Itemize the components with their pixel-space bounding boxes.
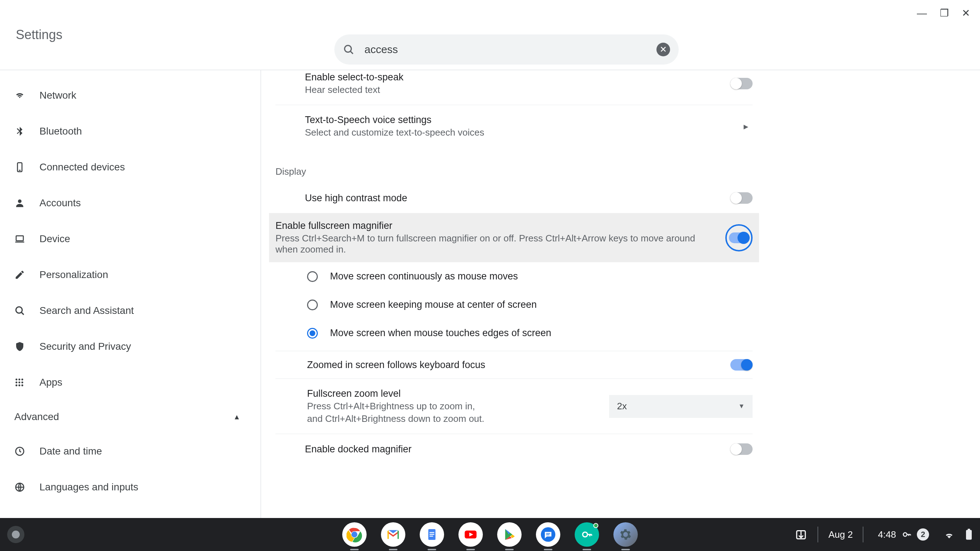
sidebar-item-device[interactable]: Device	[0, 221, 261, 257]
header: Settings ✕	[0, 0, 980, 70]
sidebar-item-date-time[interactable]: Date and time	[0, 433, 261, 469]
sidebar-item-label: Search and Assistant	[40, 305, 134, 316]
sidebar-item-label: Apps	[40, 377, 62, 388]
setting-high-contrast[interactable]: Use high contrast mode	[275, 183, 752, 213]
search-icon	[14, 305, 27, 316]
search-input[interactable]	[364, 43, 657, 56]
radio-label: Move screen keeping mouse at center of s…	[330, 299, 537, 310]
sidebar-item-label: Device	[40, 233, 70, 245]
sidebar-item-network[interactable]: Network	[0, 78, 261, 113]
system-tray[interactable]: Aug 2 4:48 2	[795, 526, 973, 543]
fullscreen-magnifier-toggle[interactable]	[725, 224, 752, 252]
app-docs[interactable]	[420, 522, 444, 547]
svg-point-8	[16, 379, 17, 380]
sidebar-item-label: Connected devices	[40, 161, 125, 173]
zoom-level-select[interactable]: 2x ▼	[609, 395, 752, 418]
setting-subtitle-2: and Ctrl+Alt+Brightness down to zoom out…	[307, 413, 598, 424]
vpn-tray-icon	[901, 529, 912, 540]
svg-point-20	[352, 532, 358, 538]
setting-docked-magnifier[interactable]: Enable docked magnifier	[275, 434, 752, 464]
clear-search-button[interactable]: ✕	[657, 43, 670, 56]
svg-point-0	[345, 46, 352, 53]
svg-point-6	[16, 307, 22, 313]
setting-subtitle: Select and customize text-to-speech voic…	[305, 127, 733, 138]
sidebar-item-languages[interactable]: Languages and inputs	[0, 469, 261, 505]
svg-rect-34	[968, 529, 970, 530]
sidebar-item-search-assistant[interactable]: Search and Assistant	[0, 293, 261, 329]
sidebar-item-label: Personalization	[40, 269, 108, 280]
sidebar-item-label: Languages and inputs	[40, 481, 138, 493]
bluetooth-icon	[14, 126, 27, 137]
setting-tts[interactable]: Text-to-Speech voice settings Select and…	[275, 105, 752, 147]
setting-keyboard-focus[interactable]: Zoomed in screen follows keyboard focus	[275, 351, 752, 379]
sidebar-item-accounts[interactable]: Accounts	[0, 185, 261, 221]
radio-icon	[307, 271, 318, 282]
main-content: Enable select-to-speak Hear selected tex…	[261, 70, 980, 518]
chevron-up-icon: ▲	[233, 413, 240, 421]
svg-point-32	[903, 533, 907, 536]
tray-time: 4:48	[878, 529, 896, 540]
chevron-down-icon: ▼	[738, 403, 745, 410]
tote-icon[interactable]	[795, 528, 807, 541]
svg-point-4	[18, 199, 22, 203]
app-settings[interactable]	[613, 522, 638, 547]
svg-point-16	[22, 385, 23, 386]
docked-magnifier-toggle[interactable]	[730, 443, 752, 455]
app-play-store[interactable]	[497, 522, 522, 547]
battery-tray-icon	[965, 529, 973, 540]
section-display: Display	[275, 166, 752, 177]
radio-label: Move screen when mouse touches edges of …	[330, 328, 551, 339]
app-youtube[interactable]	[458, 522, 483, 547]
person-icon	[14, 197, 27, 209]
sidebar-item-personalization[interactable]: Personalization	[0, 257, 261, 293]
svg-point-15	[18, 385, 20, 386]
svg-point-11	[16, 381, 17, 383]
svg-point-14	[16, 385, 17, 386]
high-contrast-toggle[interactable]	[730, 192, 752, 204]
sidebar-item-connected-devices[interactable]: Connected devices	[0, 149, 261, 185]
tray-date: Aug 2	[828, 529, 853, 540]
sidebar-item-files[interactable]: Files	[0, 505, 261, 518]
radio-icon	[307, 328, 318, 339]
svg-point-30	[582, 532, 587, 537]
magnifier-radio-center[interactable]: Move screen keeping mouse at center of s…	[275, 291, 752, 319]
svg-rect-33	[966, 530, 972, 540]
setting-subtitle: Press Ctrl+Search+M to turn fullscreen m…	[275, 233, 714, 255]
setting-zoom-level: Fullscreen zoom level Press Ctrl+Alt+Bri…	[275, 379, 752, 434]
magnifier-radio-continuous[interactable]: Move screen continuously as mouse moves	[275, 262, 752, 291]
app-messages[interactable]	[536, 522, 560, 547]
search-box[interactable]: ✕	[334, 34, 679, 65]
app-chrome[interactable]	[342, 522, 367, 547]
edit-icon	[14, 269, 27, 280]
setting-title: Enable select-to-speak	[305, 72, 719, 83]
magnifier-radio-edges[interactable]: Move screen when mouse touches edges of …	[275, 319, 752, 347]
sidebar-item-bluetooth[interactable]: Bluetooth	[0, 113, 261, 149]
globe-icon	[14, 482, 27, 492]
select-to-speak-toggle[interactable]	[730, 78, 752, 89]
svg-point-12	[18, 381, 20, 383]
select-value: 2x	[617, 401, 627, 412]
app-vpn[interactable]	[575, 522, 599, 547]
sidebar-advanced-toggle[interactable]: Advanced ▲	[0, 400, 261, 433]
app-gmail[interactable]	[381, 522, 405, 547]
radio-label: Move screen continuously as mouse moves	[330, 271, 518, 282]
setting-fullscreen-magnifier[interactable]: Enable fullscreen magnifier Press Ctrl+S…	[269, 213, 759, 262]
apps-icon	[14, 377, 27, 387]
launcher-button[interactable]	[7, 526, 24, 543]
sidebar-item-label: Accounts	[40, 197, 81, 209]
radio-icon	[307, 299, 318, 310]
setting-select-to-speak[interactable]: Enable select-to-speak Hear selected tex…	[275, 70, 752, 105]
keyboard-focus-toggle[interactable]	[730, 359, 752, 371]
shield-icon	[14, 341, 27, 352]
search-icon	[343, 44, 355, 55]
svg-rect-28	[546, 533, 550, 534]
svg-point-13	[22, 381, 23, 383]
svg-rect-25	[430, 535, 433, 537]
advanced-label: Advanced	[14, 411, 59, 423]
clock-icon	[14, 446, 27, 457]
svg-point-9	[18, 379, 20, 380]
svg-rect-23	[430, 532, 434, 533]
shelf: Aug 2 4:48 2	[0, 518, 980, 551]
sidebar-item-security[interactable]: Security and Privacy	[0, 329, 261, 365]
sidebar-item-apps[interactable]: Apps	[0, 365, 261, 400]
